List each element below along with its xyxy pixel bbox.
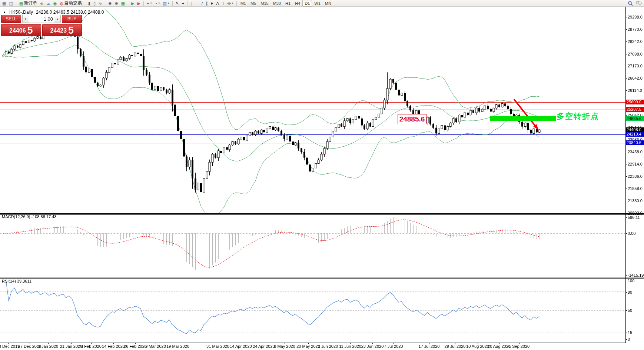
- zoom-out-icon[interactable]: ⊖: [113, 0, 119, 7]
- periods-icon: ◔: [155, 0, 157, 6]
- buy-button[interactable]: BUY: [62, 15, 82, 23]
- fibonacci-icon[interactable]: F: [209, 0, 215, 7]
- buy-price-button[interactable]: 24423.5: [42, 24, 82, 36]
- volume-increase-button[interactable]: ▲: [54, 15, 60, 23]
- chevron-down-icon[interactable]: ▾: [158, 1, 160, 5]
- date-tick: 11 Jun 2020: [339, 344, 361, 349]
- rsi-scale-tick: 100: [628, 279, 634, 283]
- timeframe-m30[interactable]: M30: [271, 0, 283, 7]
- vertical-line-icon[interactable]: |: [189, 0, 193, 7]
- toolbar-separator: [172, 1, 173, 6]
- rsi-indicator-label: RSI(14) 39.3611: [2, 279, 31, 283]
- toolbar-separator: [143, 1, 144, 6]
- price-tick: 20802.0: [628, 211, 643, 215]
- crosshair-icon: +: [182, 0, 184, 6]
- new-order-button[interactable]: ▤新订单: [18, 0, 39, 7]
- pane-separator[interactable]: [0, 213, 644, 215]
- charts-window-icon[interactable]: ▦: [1, 0, 7, 7]
- sell-price-main: 24406: [9, 26, 26, 36]
- price-annotation-box[interactable]: 24885.6: [398, 114, 426, 124]
- timeframe-mn[interactable]: MN: [323, 0, 333, 7]
- price-tick: 26642.0: [628, 76, 643, 80]
- indicators-icon[interactable]: +▾: [145, 0, 153, 7]
- tile-windows-icon: ▦: [121, 0, 125, 6]
- sell-button[interactable]: SELL: [1, 15, 21, 23]
- price-tick: 22914.0: [628, 162, 643, 166]
- autotrading-button[interactable]: ◍自动交易: [58, 0, 83, 7]
- date-tick: 1 Sep 2020: [509, 344, 530, 349]
- price-tick: 28770.0: [628, 27, 643, 31]
- search-icon[interactable]: [626, 0, 634, 7]
- date-tick: 23 Jun 2020: [361, 344, 384, 349]
- one-click-trading-panel: SELL ▼ ▲ BUY 24406.5 24423.5: [1, 15, 82, 36]
- chevron-down-icon[interactable]: ▾: [168, 1, 169, 5]
- chat-icon[interactable]: [634, 0, 643, 7]
- chart-title: ▲ HK50-,Daily 24236.0 24463.5 24138.0 24…: [3, 10, 104, 15]
- tile-windows-icon[interactable]: ▦: [120, 0, 126, 7]
- signals-icon[interactable]: ◉: [52, 0, 59, 7]
- timeframe-m1[interactable]: M1: [238, 0, 248, 7]
- date-tick: 14 Feb 2020: [102, 344, 125, 349]
- volume-input[interactable]: [29, 15, 54, 23]
- candlestick-chart-icon: ▯: [93, 0, 96, 6]
- collapse-panel-icon[interactable]: ▲: [3, 10, 6, 14]
- line-chart-icon[interactable]: ∿: [97, 0, 103, 7]
- timeframe-h4[interactable]: H4: [293, 0, 302, 7]
- pane-separator[interactable]: [0, 277, 644, 279]
- line-chart-icon: ∿: [99, 0, 102, 6]
- history-center-icon[interactable]: ◆: [39, 0, 44, 7]
- chevron-down-icon[interactable]: ▾: [150, 1, 152, 5]
- text-icon[interactable]: A: [215, 0, 220, 7]
- horizontal-line-icon[interactable]: —: [193, 0, 200, 7]
- price-tick: 27698.0: [628, 52, 643, 56]
- macd-scale-tick: 596.11: [628, 215, 640, 220]
- sell-price-button[interactable]: 24406.5: [1, 24, 41, 36]
- community-icon[interactable]: ☁: [45, 0, 52, 7]
- text-label-icon: T: [222, 0, 225, 6]
- timeframe-d1[interactable]: D1: [302, 0, 312, 7]
- candlestick-chart-icon[interactable]: ▯: [92, 0, 97, 7]
- shapes-icon[interactable]: ✣▾: [226, 0, 235, 7]
- volume-decrease-button[interactable]: ▼: [23, 15, 29, 23]
- text-icon: A: [216, 0, 219, 6]
- timeframe-m15[interactable]: M15: [258, 0, 270, 7]
- crosshair-icon[interactable]: +: [180, 0, 186, 7]
- chevron-down-icon[interactable]: ▾: [232, 1, 233, 5]
- chart-shift-icon[interactable]: ▶: [136, 0, 142, 7]
- timeframe-w1[interactable]: W1: [312, 0, 323, 7]
- signals-icon: ◉: [53, 0, 57, 6]
- date-tick: 17 Jul 2020: [419, 344, 440, 349]
- zoom-in-icon[interactable]: ⊕: [107, 0, 113, 7]
- turning-point-zone[interactable]: [490, 116, 556, 121]
- new-order-button-label: 新订单: [24, 0, 37, 6]
- date-tick: 4 Feb 2020: [81, 344, 102, 349]
- date-tick: 8 May 2020: [274, 344, 295, 349]
- templates-icon[interactable]: ▧▾: [161, 0, 170, 7]
- periods-icon[interactable]: ◔▾: [153, 0, 161, 7]
- auto-scroll-icon[interactable]: ▶: [130, 0, 136, 7]
- zoom-out-icon: ⊖: [114, 0, 118, 6]
- timeframe-h1[interactable]: H1: [283, 0, 293, 7]
- date-tick: 9 Mar 2020: [145, 344, 166, 349]
- equidistant-channel-icon[interactable]: ∥: [204, 0, 209, 7]
- date-tick: 14 Apr 2020: [230, 344, 252, 349]
- cursor-icon[interactable]: ↖: [174, 0, 180, 7]
- turning-point-label[interactable]: 多空转折点: [557, 111, 599, 121]
- trendline-icon: /: [202, 0, 203, 6]
- vertical-line-icon: |: [190, 0, 192, 6]
- trendline-icon[interactable]: /: [200, 0, 204, 7]
- text-label-icon[interactable]: T: [220, 0, 226, 7]
- date-tick: 24 Apr 2020: [253, 344, 275, 349]
- equidistant-channel-icon: ∥: [206, 0, 208, 6]
- rsi-scale-tick: 0: [628, 337, 630, 341]
- price-line-label: 24408.0: [626, 127, 644, 132]
- timeframe-m5[interactable]: M5: [248, 0, 258, 7]
- bar-chart-icon: ▮: [88, 0, 90, 6]
- data-window-icon[interactable]: ◫: [7, 0, 14, 7]
- date-tick: 21 Jan 2020: [60, 344, 83, 349]
- date-tick: 10 Aug 2020: [466, 344, 489, 349]
- auto-scroll-icon: ▶: [131, 0, 134, 6]
- chart-surface[interactable]: [0, 0, 644, 350]
- buy-price-frac: 5: [68, 26, 74, 36]
- bar-chart-icon[interactable]: ▮: [87, 0, 92, 7]
